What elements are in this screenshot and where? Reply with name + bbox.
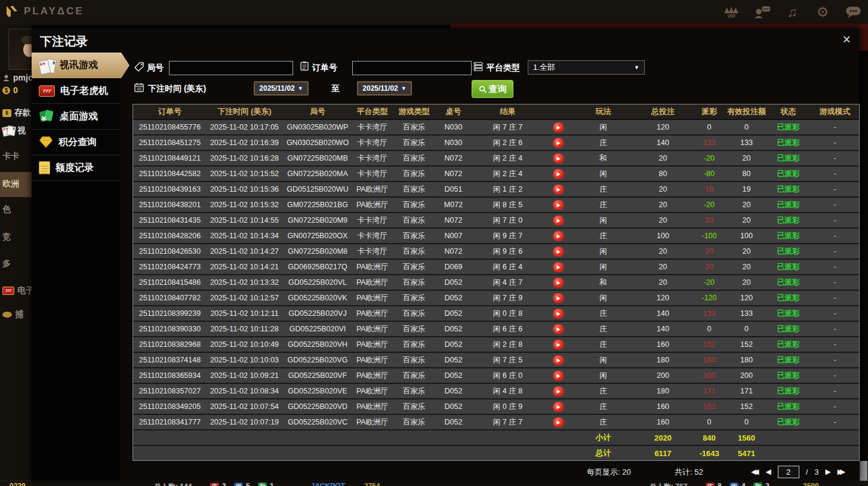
platform-select[interactable]: 1.全部 ▼ [528,60,645,75]
music-icon[interactable]: ♫ [783,3,801,21]
play-icon[interactable]: ▶ [553,417,564,427]
bg-menu-item[interactable]: 卡卡 [2,151,19,162]
play-icon[interactable]: ▶ [553,293,564,303]
round-input[interactable] [169,61,293,75]
bg-menu-item[interactable]: 色 [2,204,11,215]
search-button[interactable]: 查询 [472,80,513,98]
diamond-icon [39,136,53,148]
sidebar-item-points-query[interactable]: 积分查询 [32,130,120,155]
players-count: 总人数: 144 [154,482,192,486]
platform-icon [473,61,483,71]
date-to-picker[interactable]: 2025/11/02 ▼ [357,81,412,96]
value-2: 2599 [803,482,819,486]
sidebar-item-table-games[interactable]: 桌面游戏 [32,104,120,130]
sidebar-item-live-games[interactable]: K♥9 视讯游戏 [32,53,130,78]
cell-status: 已派彩 [766,402,811,412]
cell-payout: 152 [691,340,727,349]
cell-payout: 20 [691,247,727,256]
cell-round-no: GN07225B020MA [282,170,353,178]
cell-total-bet: 100 [635,232,691,240]
play-icon[interactable]: ▶ [553,340,564,350]
last-page-icon[interactable]: ▶▶ [838,468,845,475]
cell-order-no: 251102108374148 [133,356,207,364]
first-page-icon[interactable]: ◀◀ [751,468,759,475]
play-icon[interactable]: ▶ [553,138,564,148]
play-icon[interactable]: ▶ [553,231,564,241]
bg-menu-item-active[interactable]: 欧洲 [2,179,19,189]
sidebar-item-quota-records[interactable]: 额度记录 [32,155,120,181]
video-games-row[interactable]: K♥9 视 [2,125,26,136]
avatar[interactable] [8,29,32,70]
cell-platform: PA欧洲厅 [353,417,392,427]
tie-badge: 和 [258,482,267,486]
deposit-label: 存款 [14,107,31,118]
clipboard-icon [300,61,310,70]
play-icon[interactable]: ▶ [553,371,564,381]
player-count: 5 [246,482,250,486]
play-icon[interactable]: ▶ [553,169,564,179]
play-icon[interactable]: ▶ [553,184,564,195]
total-pages: 3 [814,467,818,476]
cell-game-mode: - [811,325,859,333]
play-icon[interactable]: ▶ [553,278,564,288]
cell-bet-time: 2025-11-02 10:14:27 [207,247,282,256]
next-page-icon[interactable]: ▶ [826,468,831,475]
messages-icon[interactable] [844,3,862,21]
cell-replay: ▶ [545,371,572,381]
play-icon[interactable]: ▶ [553,247,564,257]
cell-table-no: N072 [436,247,470,256]
play-icon[interactable]: ▶ [553,309,564,319]
menu-label: 多 [2,259,11,269]
cell-result: 闲 2 庄 4 [470,153,545,164]
table-row: 2511021083829682025-11-02 10:10:49GD0522… [133,337,859,353]
customer-service-icon[interactable] [753,3,771,21]
bg-menu-item[interactable]: 竞 [2,232,11,242]
play-icon[interactable]: ▶ [553,200,564,210]
play-icon[interactable]: ▶ [553,262,564,272]
play-icon[interactable]: ▶ [553,355,564,365]
play-icon[interactable]: ▶ [553,386,564,396]
bet-time-label: 下注时间 (美东) [148,84,206,94]
bg-menu-item[interactable]: 多 [2,259,11,269]
svg-text:VIP: VIP [727,14,735,20]
platform-select-value: 1.全部 [533,62,555,73]
bg-menu-item[interactable]: 777 电子 [2,285,32,296]
date-from-picker[interactable]: 2025/11/02 ▼ [254,81,309,96]
cell-result: 闲 2 庄 6 [470,138,545,148]
column-header-6: 结果 [470,106,545,117]
menu-label: 色 [2,204,11,215]
menu-label: 电子 [17,285,32,296]
play-icon[interactable]: ▶ [553,324,564,334]
vip-icon[interactable]: VIP [722,3,740,21]
order-input[interactable] [352,61,472,75]
play-icon[interactable]: ▶ [553,216,564,226]
user-row[interactable]: pmjo [2,73,32,82]
total-row-total-bet: 6117 [635,449,691,458]
cell-play-type: 闲 [572,355,635,365]
cell-table-no: N072 [436,170,470,178]
play-icon[interactable]: ▶ [553,402,564,412]
play-icon[interactable]: ▶ [553,122,564,133]
cell-table-no: N072 [436,216,470,224]
play-icon[interactable]: ▶ [553,153,564,164]
settings-icon[interactable]: ⚙ [814,3,832,21]
cell-replay: ▶ [545,200,572,210]
deposit-button[interactable]: $ 存款 [2,107,31,118]
cell-play-type: 庄 [572,340,635,350]
banker-badge-2: 庄 [706,482,715,486]
table-row: 2511021083417772025-11-02 10:07:19GD0522… [133,415,859,430]
column-header-5: 桌号 [436,106,470,117]
sidebar-item-slots[interactable]: 777 电子老虎机 [32,78,120,104]
cell-total-bet: 120 [635,123,691,131]
cell-result: 闲 9 庄 7 [470,231,545,241]
cell-total-bet: 160 [635,402,691,411]
cell-game-mode: - [811,123,859,131]
cell-platform: PA欧洲厅 [353,340,392,350]
bg-menu-item[interactable]: 捕 [2,309,23,320]
background-banner [451,24,868,28]
close-icon[interactable]: × [843,33,851,47]
scrollbar-thumb[interactable] [860,461,867,481]
prev-page-icon[interactable]: ◀ [765,468,771,475]
cell-status: 已派彩 [766,153,811,164]
page-input[interactable]: 2 [778,466,799,478]
